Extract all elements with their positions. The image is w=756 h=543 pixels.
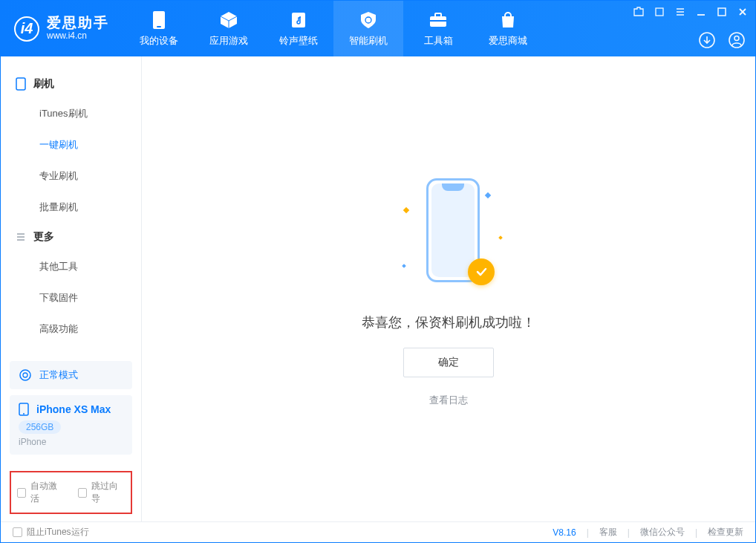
svg-rect-11 bbox=[16, 78, 25, 90]
device-mode-card[interactable]: 正常模式 bbox=[10, 361, 132, 389]
download-button[interactable] bbox=[697, 30, 717, 50]
main-content: 恭喜您，保资料刷机成功啦！ 确定 查看日志 bbox=[142, 56, 755, 521]
phone-icon bbox=[16, 77, 26, 91]
window-controls bbox=[632, 5, 749, 19]
device-icon bbox=[149, 10, 169, 30]
sidebar-item-oneclick-flash[interactable]: 一键刷机 bbox=[1, 129, 141, 160]
bag-icon bbox=[498, 10, 518, 30]
sidebar-section-flash[interactable]: 刷机 bbox=[1, 70, 141, 98]
top-nav: 我的设备 应用游戏 铃声壁纸 智能刷机 工具箱 爱思商城 bbox=[124, 1, 543, 56]
checkbox-skip-guide[interactable]: 跳过向导 bbox=[78, 480, 126, 505]
app-title-cn: 爱思助手 bbox=[47, 16, 109, 31]
shield-sync-icon bbox=[359, 10, 378, 30]
logo: i4 爱思助手 www.i4.cn bbox=[1, 1, 124, 56]
list-icon bbox=[16, 232, 26, 242]
phone-icon bbox=[19, 403, 29, 416]
sync-icon bbox=[19, 368, 32, 382]
confirm-button[interactable]: 确定 bbox=[403, 348, 494, 377]
nav-label: 爱思商城 bbox=[489, 34, 527, 48]
svg-point-10 bbox=[734, 36, 739, 41]
svg-point-12 bbox=[20, 370, 30, 380]
section-label: 刷机 bbox=[33, 77, 54, 91]
device-storage: 256GB bbox=[19, 420, 61, 434]
svg-rect-5 bbox=[430, 20, 446, 22]
sidebar-item-batch-flash[interactable]: 批量刷机 bbox=[1, 192, 141, 223]
nav-my-device[interactable]: 我的设备 bbox=[124, 1, 194, 56]
success-message: 恭喜您，保资料刷机成功啦！ bbox=[362, 313, 535, 331]
checkbox-auto-activate[interactable]: 自动激活 bbox=[17, 480, 65, 505]
nav-apps-games[interactable]: 应用游戏 bbox=[194, 1, 264, 56]
wechat-link[interactable]: 微信公众号 bbox=[640, 526, 685, 539]
app-header: i4 爱思助手 www.i4.cn 我的设备 应用游戏 铃声壁纸 智能刷机 工具… bbox=[1, 1, 755, 56]
minimize-button[interactable] bbox=[694, 5, 708, 19]
status-bar: 阻止iTunes运行 V8.16 | 客服 | 微信公众号 | 检查更新 bbox=[1, 521, 755, 542]
nav-ringtone-wallpaper[interactable]: 铃声壁纸 bbox=[264, 1, 333, 56]
nav-label: 智能刷机 bbox=[349, 34, 388, 48]
nav-label: 我的设备 bbox=[140, 34, 178, 48]
maximize-button[interactable] bbox=[715, 5, 729, 19]
logo-icon: i4 bbox=[14, 16, 39, 42]
svg-rect-6 bbox=[656, 8, 663, 16]
device-mode-label: 正常模式 bbox=[39, 368, 78, 382]
header-actions bbox=[697, 30, 746, 50]
sidebar-item-other-tools[interactable]: 其他工具 bbox=[1, 251, 141, 282]
svg-rect-1 bbox=[157, 26, 161, 27]
toolbox-icon bbox=[428, 10, 448, 30]
svg-rect-4 bbox=[435, 13, 441, 17]
device-info-card[interactable]: iPhone XS Max 256GB iPhone bbox=[10, 395, 132, 455]
nav-store[interactable]: 爱思商城 bbox=[473, 1, 543, 56]
highlighted-options: 自动激活 跳过向导 bbox=[10, 471, 132, 514]
check-icon bbox=[468, 259, 495, 285]
nav-label: 工具箱 bbox=[424, 34, 453, 48]
menu-icon[interactable] bbox=[674, 5, 687, 19]
user-button[interactable] bbox=[727, 30, 746, 50]
version-label: V8.16 bbox=[553, 527, 576, 538]
svg-point-14 bbox=[23, 413, 25, 414]
theme-icon[interactable] bbox=[632, 5, 645, 19]
app-title-en: www.i4.cn bbox=[47, 31, 109, 41]
check-update-link[interactable]: 检查更新 bbox=[708, 526, 743, 539]
sidebar-item-advanced[interactable]: 高级功能 bbox=[1, 313, 141, 345]
music-icon bbox=[289, 10, 308, 30]
nav-smart-flash[interactable]: 智能刷机 bbox=[333, 1, 403, 56]
success-illustration bbox=[389, 171, 508, 297]
sidebar: 刷机 iTunes刷机 一键刷机 专业刷机 批量刷机 更多 其他工具 下载固件 … bbox=[1, 56, 142, 521]
device-type: iPhone bbox=[19, 437, 123, 447]
sidebar-item-download-firmware[interactable]: 下载固件 bbox=[1, 282, 141, 313]
view-log-link[interactable]: 查看日志 bbox=[429, 394, 468, 407]
sidebar-section-more[interactable]: 更多 bbox=[1, 223, 141, 251]
section-label: 更多 bbox=[33, 230, 54, 244]
sidebar-item-itunes-flash[interactable]: iTunes刷机 bbox=[1, 98, 141, 129]
close-button[interactable] bbox=[736, 5, 749, 19]
nav-label: 铃声壁纸 bbox=[279, 34, 318, 48]
cube-icon bbox=[219, 10, 238, 30]
nav-label: 应用游戏 bbox=[209, 34, 248, 48]
checkbox-block-itunes[interactable]: 阻止iTunes运行 bbox=[13, 526, 89, 539]
nav-toolbox[interactable]: 工具箱 bbox=[403, 1, 473, 56]
device-name: iPhone XS Max bbox=[36, 403, 111, 415]
svg-rect-7 bbox=[718, 8, 726, 16]
support-link[interactable]: 客服 bbox=[599, 526, 617, 539]
sidebar-item-pro-flash[interactable]: 专业刷机 bbox=[1, 160, 141, 192]
skin-icon[interactable] bbox=[653, 5, 666, 19]
